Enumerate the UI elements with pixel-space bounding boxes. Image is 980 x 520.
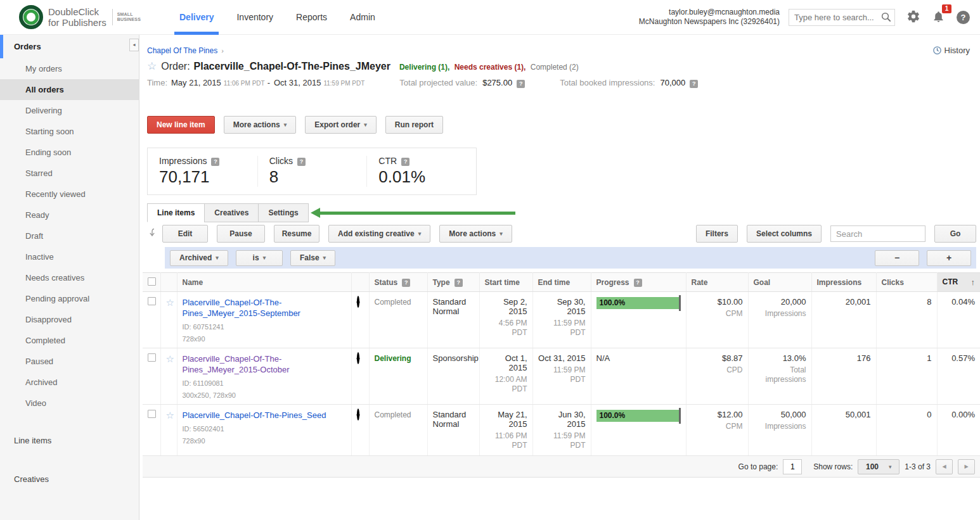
edit-button[interactable]: Edit xyxy=(162,225,208,243)
settings-gear-button[interactable] xyxy=(906,10,920,25)
help-badge-icon[interactable]: ? xyxy=(455,279,463,287)
col-type[interactable]: Type? xyxy=(427,273,479,292)
tab-line-items[interactable]: Line items xyxy=(147,203,205,222)
new-line-item-button[interactable]: New line item xyxy=(147,116,215,134)
sidebar-item-all-orders[interactable]: All orders xyxy=(0,79,139,100)
delivery-diagnostics-eye-icon[interactable] xyxy=(357,409,359,421)
sidebar-item-archived[interactable]: Archived xyxy=(0,372,139,393)
sidebar-item-inactive[interactable]: Inactive xyxy=(0,246,139,267)
rows-per-page-dropdown[interactable]: 100 ▾ xyxy=(858,459,899,474)
select-all-checkbox[interactable] xyxy=(148,277,156,286)
col-progress[interactable]: Progress? xyxy=(591,273,686,292)
col-start-time[interactable]: Start time xyxy=(479,273,532,292)
row-rate: $8.87 xyxy=(722,353,743,363)
more-actions-button[interactable]: More actions ▾ xyxy=(224,116,297,134)
sidebar-item-starting-soon[interactable]: Starting soon xyxy=(0,121,139,142)
help-badge-icon[interactable]: ? xyxy=(690,80,698,88)
table-search-input[interactable] xyxy=(830,225,925,242)
search-icon[interactable] xyxy=(880,11,892,25)
col-rate[interactable]: Rate xyxy=(686,273,748,292)
sidebar-item-recently-viewed[interactable]: Recently viewed xyxy=(0,184,139,205)
delivery-diagnostics-eye-icon[interactable] xyxy=(357,352,359,364)
sidebar-item-my-orders[interactable]: My orders xyxy=(0,58,139,79)
resume-button[interactable]: Resume xyxy=(274,225,319,243)
col-status[interactable]: Status? xyxy=(369,273,427,292)
delivery-diagnostics-eye-icon[interactable] xyxy=(357,296,359,308)
star-icon[interactable]: ☆ xyxy=(166,410,174,421)
sidebar-item-completed[interactable]: Completed xyxy=(0,330,139,351)
filter-operator-dropdown[interactable]: is ▾ xyxy=(236,250,283,266)
col-end-time[interactable]: End time xyxy=(532,273,591,292)
sidebar-section-creatives[interactable]: Creatives xyxy=(0,467,139,491)
row-end-time: 11:59 PM PDT xyxy=(538,319,586,338)
col-goal[interactable]: Goal xyxy=(748,273,811,292)
row-clicks: 0 xyxy=(876,405,937,456)
sidebar-item-disapproved[interactable]: Disapproved xyxy=(0,309,139,330)
help-badge-icon[interactable]: ? xyxy=(402,279,410,287)
row-status: Delivering xyxy=(375,354,411,363)
tab-creatives[interactable]: Creatives xyxy=(204,203,259,222)
line-item-link[interactable]: Placerville_Chapel-Of-The-Pines_JMeyer_2… xyxy=(183,297,346,319)
add-existing-creative-button[interactable]: Add existing creative ▾ xyxy=(328,225,430,243)
col-ctr-sorted[interactable]: CTR↑ xyxy=(937,273,980,292)
sidebar-section-line-items[interactable]: Line items xyxy=(0,429,139,452)
sidebar-item-ending-soon[interactable]: Ending soon xyxy=(0,142,139,163)
sidebar-item-starred[interactable]: Starred xyxy=(0,163,139,184)
row-goal-unit: Impressions xyxy=(754,309,806,319)
row-checkbox[interactable] xyxy=(148,297,156,305)
row-start-date: Sep 2, 2015 xyxy=(503,297,527,316)
help-badge-icon[interactable]: ? xyxy=(634,279,642,287)
col-impressions[interactable]: Impressions xyxy=(811,273,876,292)
export-order-button[interactable]: Export order ▾ xyxy=(305,116,377,134)
page-number-input[interactable] xyxy=(783,459,802,474)
line-item-sizes: 728x90 xyxy=(183,335,346,343)
jump-down-icon[interactable] xyxy=(148,228,156,239)
help-badge-icon[interactable]: ? xyxy=(211,158,219,166)
sidebar-item-delivering[interactable]: Delivering xyxy=(0,100,139,121)
select-columns-button[interactable]: Select columns xyxy=(747,225,822,243)
order-star-icon[interactable]: ☆ xyxy=(147,60,157,73)
sidebar-item-paused[interactable]: Paused xyxy=(0,351,139,372)
search-go-button[interactable]: Go xyxy=(934,225,976,243)
nav-admin[interactable]: Admin xyxy=(342,0,383,35)
star-icon[interactable]: ☆ xyxy=(166,297,174,308)
history-link[interactable]: History xyxy=(932,46,970,55)
col-name[interactable]: Name xyxy=(177,273,351,292)
filter-value-dropdown[interactable]: False ▾ xyxy=(290,250,335,266)
help-button[interactable]: ? xyxy=(957,11,970,24)
global-search-input[interactable] xyxy=(789,9,895,26)
filters-button[interactable]: Filters xyxy=(696,225,738,243)
help-badge-icon[interactable]: ? xyxy=(401,158,409,166)
sidebar-section-orders[interactable]: Orders xyxy=(0,35,139,58)
tab-settings[interactable]: Settings xyxy=(258,203,308,222)
add-filter-button[interactable]: + xyxy=(927,250,971,266)
sidebar-item-video[interactable]: Video xyxy=(0,393,139,414)
row-checkbox[interactable] xyxy=(148,353,156,362)
sidebar-item-pending-approval[interactable]: Pending approval xyxy=(0,288,139,309)
line-item-link[interactable]: Placerville_Chapel-Of-The-Pines_Seed xyxy=(183,410,346,421)
next-page-button[interactable]: ▶ xyxy=(958,459,975,474)
help-badge-icon[interactable]: ? xyxy=(517,80,525,88)
prev-page-button[interactable]: ◀ xyxy=(936,459,953,474)
breadcrumb[interactable]: Chapel Of The Pines xyxy=(147,46,217,55)
filter-field-dropdown[interactable]: Archived ▾ xyxy=(170,250,228,266)
col-clicks[interactable]: Clicks xyxy=(876,273,937,292)
pause-button[interactable]: Pause xyxy=(217,225,265,243)
run-report-button[interactable]: Run report xyxy=(385,116,443,134)
row-checkbox[interactable] xyxy=(148,410,156,418)
notifications-button[interactable]: 1 xyxy=(932,10,945,25)
table-more-actions-button[interactable]: More actions ▾ xyxy=(439,225,512,243)
nav-inventory[interactable]: Inventory xyxy=(229,0,281,35)
line-item-link[interactable]: Placerville_Chapel-Of-The-Pines_JMeyer_2… xyxy=(183,353,346,375)
nav-delivery[interactable]: Delivery xyxy=(172,0,221,35)
row-rate-unit: CPD xyxy=(692,365,743,375)
nav-reports[interactable]: Reports xyxy=(288,0,335,35)
sidebar-item-needs-creatives[interactable]: Needs creatives xyxy=(0,267,139,288)
sidebar-item-draft[interactable]: Draft xyxy=(0,225,139,246)
row-goal: 20,000 xyxy=(781,297,806,307)
help-badge-icon[interactable]: ? xyxy=(297,158,306,166)
remove-filter-button[interactable]: − xyxy=(875,250,919,266)
star-icon[interactable]: ☆ xyxy=(166,353,174,364)
sidebar-item-ready[interactable]: Ready xyxy=(0,205,139,225)
row-impressions: 50,001 xyxy=(811,405,876,456)
